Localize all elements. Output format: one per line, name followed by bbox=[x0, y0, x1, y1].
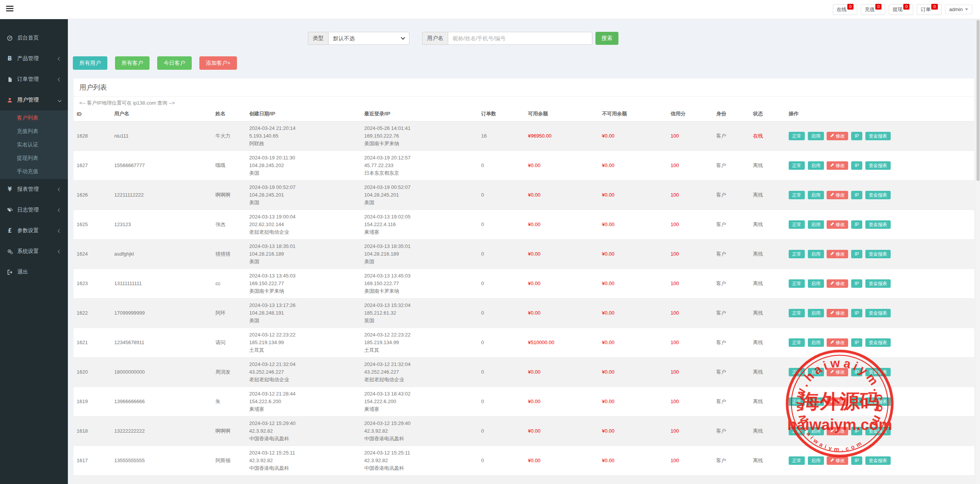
normal-button[interactable]: 正常 bbox=[789, 279, 805, 288]
scrollbar-track[interactable] bbox=[976, 19, 980, 484]
edit-button[interactable]: 修改 bbox=[827, 191, 848, 199]
funds-report-button[interactable]: 资金报表 bbox=[865, 191, 891, 199]
sidebar-item-logs[interactable]: 日志管理 bbox=[0, 200, 68, 220]
sidebar-subitem-3[interactable]: 提现列表 bbox=[0, 151, 68, 165]
edit-button[interactable]: 修改 bbox=[827, 161, 848, 170]
enable-button[interactable]: 启用 bbox=[808, 132, 824, 140]
ip-button[interactable]: IP bbox=[851, 368, 862, 376]
normal-button[interactable]: 正常 bbox=[789, 132, 805, 140]
sidebar-item-dashboard[interactable]: 后台首页 bbox=[0, 28, 68, 48]
edit-button[interactable]: 修改 bbox=[827, 338, 848, 347]
scrollbar-thumb[interactable] bbox=[977, 20, 980, 181]
gears-icon bbox=[7, 249, 13, 254]
ip-button[interactable]: IP bbox=[851, 338, 862, 347]
cell-id: 1626 bbox=[74, 180, 111, 210]
stat-box-1[interactable]: 充值 0 bbox=[861, 4, 885, 15]
cell-orders: 0 bbox=[478, 446, 525, 476]
enable-button[interactable]: 启用 bbox=[808, 427, 824, 435]
edit-button[interactable]: 修改 bbox=[827, 279, 848, 288]
funds-report-button[interactable]: 资金报表 bbox=[865, 427, 891, 435]
sidebar-subitem-1[interactable]: 充值列表 bbox=[0, 125, 68, 138]
sidebar-item-orders[interactable]: 订单管理 bbox=[0, 69, 68, 90]
normal-button[interactable]: 正常 bbox=[789, 456, 805, 465]
enable-button[interactable]: 启用 bbox=[808, 191, 824, 199]
enable-button[interactable]: 启用 bbox=[808, 397, 824, 406]
sidebar-subitem-0[interactable]: 客户列表 bbox=[0, 111, 68, 125]
funds-report-button[interactable]: 资金报表 bbox=[865, 220, 891, 229]
enable-button[interactable]: 启用 bbox=[808, 250, 824, 258]
toolbar-button-0[interactable]: 所有用户 bbox=[73, 56, 107, 70]
ip-button[interactable]: IP bbox=[851, 427, 862, 435]
edit-button[interactable]: 修改 bbox=[827, 456, 848, 465]
sidebar-subitem-2[interactable]: 实名认证 bbox=[0, 138, 68, 151]
edit-button[interactable]: 修改 bbox=[827, 397, 848, 406]
edit-button[interactable]: 修改 bbox=[827, 309, 848, 317]
enable-button[interactable]: 启用 bbox=[808, 338, 824, 347]
normal-button[interactable]: 正常 bbox=[789, 397, 805, 406]
edit-button[interactable]: 修改 bbox=[827, 250, 848, 258]
normal-button[interactable]: 正常 bbox=[789, 368, 805, 376]
stat-box-3[interactable]: 订单 0 bbox=[917, 4, 941, 15]
ip-button[interactable]: IP bbox=[851, 191, 862, 199]
edit-button[interactable]: 修改 bbox=[827, 427, 848, 435]
enable-button[interactable]: 启用 bbox=[808, 309, 824, 317]
enable-button[interactable]: 启用 bbox=[808, 456, 824, 465]
normal-button[interactable]: 正常 bbox=[789, 309, 805, 317]
ip-button[interactable]: IP bbox=[851, 132, 862, 140]
username-input[interactable] bbox=[448, 32, 592, 45]
normal-button[interactable]: 正常 bbox=[789, 191, 805, 199]
funds-report-button[interactable]: 资金报表 bbox=[865, 161, 891, 170]
stat-box-2[interactable]: 提现 0 bbox=[889, 4, 913, 15]
sidebar-item-reports[interactable]: ¥ 报表管理 bbox=[0, 179, 68, 200]
users-submenu: 客户列表 充值列表 实名认证 提现列表 手动充值 bbox=[0, 110, 68, 179]
funds-report-button[interactable]: 资金报表 bbox=[865, 338, 891, 347]
normal-button[interactable]: 正常 bbox=[789, 338, 805, 347]
cell-role: 客户 bbox=[713, 269, 750, 299]
toolbar-button-2[interactable]: 今日客户 bbox=[157, 56, 192, 70]
edit-button[interactable]: 修改 bbox=[827, 220, 848, 229]
stat-box-0[interactable]: 在线 0 bbox=[833, 4, 857, 15]
enable-button[interactable]: 启用 bbox=[808, 279, 824, 288]
cell-last-login: 2024-03-12 15:25:11 42.3.92.82 中国香港电讯盈科 bbox=[361, 446, 478, 476]
sidebar-item-users[interactable]: 用户管理 bbox=[0, 90, 68, 110]
normal-button[interactable]: 正常 bbox=[789, 427, 805, 435]
enable-button[interactable]: 启用 bbox=[808, 220, 824, 229]
funds-report-button[interactable]: 资金报表 bbox=[865, 397, 891, 406]
funds-report-button[interactable]: 资金报表 bbox=[865, 456, 891, 465]
funds-report-button[interactable]: 资金报表 bbox=[865, 279, 891, 288]
ip-button[interactable]: IP bbox=[851, 397, 862, 406]
ip-button[interactable]: IP bbox=[851, 220, 862, 229]
normal-button[interactable]: 正常 bbox=[789, 220, 805, 229]
search-button[interactable]: 搜索 bbox=[595, 32, 618, 45]
funds-report-button[interactable]: 资金报表 bbox=[865, 309, 891, 317]
ip-button[interactable]: IP bbox=[851, 309, 862, 317]
type-select[interactable]: 默认不选 bbox=[328, 32, 409, 45]
type-filter-group: 类型 默认不选 bbox=[308, 32, 409, 45]
normal-button[interactable]: 正常 bbox=[789, 161, 805, 170]
cell-credit: 100 bbox=[668, 446, 713, 476]
funds-report-button[interactable]: 资金报表 bbox=[865, 250, 891, 258]
menu-toggle-icon[interactable] bbox=[4, 3, 16, 15]
ip-button[interactable]: IP bbox=[851, 250, 862, 258]
toolbar-button-1[interactable]: 所有客户 bbox=[115, 56, 150, 70]
column-header-4: 最近登录/IP bbox=[361, 107, 478, 121]
table-row-10: 1618 13222222222 啊啊啊 2024-03-12 15:29:40… bbox=[74, 417, 974, 446]
sidebar-item-parameters[interactable]: £ 参数设置 bbox=[0, 220, 68, 241]
sidebar-subitem-4[interactable]: 手动充值 bbox=[0, 165, 68, 178]
funds-report-button[interactable]: 资金报表 bbox=[865, 368, 891, 376]
funds-report-button[interactable]: 资金报表 bbox=[865, 132, 891, 140]
toolbar-button-3[interactable]: 添加客户+ bbox=[199, 56, 237, 70]
edit-button[interactable]: 修改 bbox=[827, 132, 848, 140]
ip-button[interactable]: IP bbox=[851, 161, 862, 170]
sidebar-item-logout[interactable]: 退出 bbox=[0, 262, 68, 282]
cell-credit: 100 bbox=[668, 151, 713, 180]
enable-button[interactable]: 启用 bbox=[808, 368, 824, 376]
sidebar-item-products[interactable]: Ƀ 产品管理 bbox=[0, 48, 68, 69]
enable-button[interactable]: 启用 bbox=[808, 161, 824, 170]
ip-button[interactable]: IP bbox=[851, 279, 862, 288]
normal-button[interactable]: 正常 bbox=[789, 250, 805, 258]
edit-button[interactable]: 修改 bbox=[827, 368, 848, 376]
ip-button[interactable]: IP bbox=[851, 456, 862, 465]
sidebar-item-system[interactable]: 系统设置 bbox=[0, 241, 68, 262]
admin-menu[interactable]: admin bbox=[945, 5, 972, 14]
